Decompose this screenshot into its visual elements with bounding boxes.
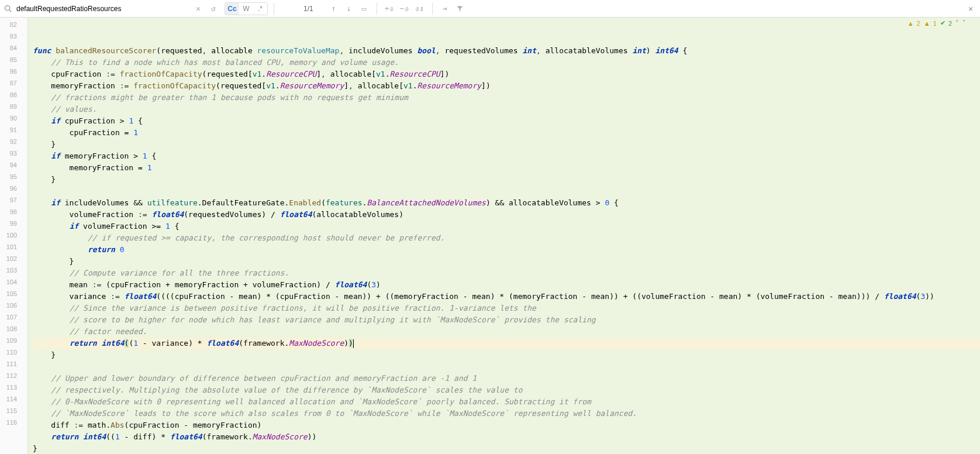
code-line[interactable]: diff := math.Abs(cpuFraction - memoryFra…: [33, 419, 980, 431]
whole-word-toggle[interactable]: W: [239, 3, 253, 15]
regex-toggle[interactable]: .*: [253, 3, 267, 15]
code-line[interactable]: // This to find a node which has most ba…: [33, 57, 980, 68]
code-line[interactable]: if volumeFraction >= 1 {: [33, 221, 980, 232]
pass-indicator[interactable]: ✔ 2: [940, 19, 952, 27]
filter-icon[interactable]: [454, 2, 467, 15]
next-match-icon[interactable]: ↓: [343, 2, 356, 15]
code-line[interactable]: // respectively. Multiplying the absolut…: [33, 384, 980, 396]
code-line[interactable]: if includeVolumes && utilfeature.Default…: [33, 197, 980, 209]
code-line[interactable]: func balancedResourceScorer(requested, a…: [33, 45, 980, 57]
code-line[interactable]: }: [33, 256, 980, 267]
code-line[interactable]: }: [33, 174, 980, 185]
code-line[interactable]: // values.: [33, 104, 980, 115]
code-line[interactable]: memoryFraction := fractionOfCapacity(req…: [33, 80, 980, 92]
code-line[interactable]: // factor needed.: [33, 326, 980, 338]
code-line[interactable]: // fractions might be greater than 1 bec…: [33, 92, 980, 104]
code-line[interactable]: // `MaxNodeScore` leads to the score whi…: [33, 408, 980, 419]
code-line[interactable]: return 0: [33, 244, 980, 256]
find-count: 1/1: [303, 5, 313, 13]
chevron-up-icon[interactable]: ˄: [955, 19, 959, 27]
warning-indicator[interactable]: ▲ 2: [907, 20, 920, 27]
line-gutter: 8283848586878889909192939495969798991001…: [0, 18, 28, 454]
history-icon[interactable]: ↺: [207, 2, 220, 15]
match-case-toggle[interactable]: Cc: [225, 3, 239, 15]
weak-warning-indicator[interactable]: ▲ 1: [924, 20, 937, 27]
find-bar: ✕ ↺ Cc W .* 1/1 ↑ ↓ ▭ +⎀ −⎀ ⎀↕ ⇥ ✕: [0, 0, 980, 18]
code-line[interactable]: // 0-MaxNodeScore with 0 representing we…: [33, 396, 980, 408]
export-icon[interactable]: ⇥: [439, 2, 451, 15]
code-line[interactable]: }: [33, 139, 980, 150]
code-line[interactable]: cpuFraction = 1: [33, 127, 980, 139]
code-line[interactable]: mean := (cpuFraction + memoryFraction + …: [33, 279, 980, 291]
chevron-down-icon[interactable]: ˅: [962, 19, 966, 27]
code-line[interactable]: [33, 361, 980, 373]
match-options: Cc W .*: [225, 2, 268, 15]
find-input[interactable]: [14, 4, 189, 14]
select-all-icon[interactable]: ▭: [358, 2, 371, 15]
code-line[interactable]: // score to be higher for node which has…: [33, 314, 980, 326]
code-line[interactable]: volumeFraction := float64(requestedVolum…: [33, 209, 980, 221]
code-line[interactable]: // Upper and lower boundary of differenc…: [33, 373, 980, 384]
code-line[interactable]: if memoryFraction > 1 {: [33, 150, 980, 162]
code-line[interactable]: return int64((1 - variance) * float64(fr…: [33, 338, 980, 349]
code-line[interactable]: return int64((1 - diff) * float64(framew…: [33, 431, 980, 443]
code-line[interactable]: }: [33, 349, 980, 361]
code-line[interactable]: variance := float64((((cpuFraction - mea…: [33, 291, 980, 302]
prev-match-icon[interactable]: ↑: [327, 2, 340, 15]
search-icon: [4, 5, 12, 13]
code-line[interactable]: // Compute variance for all the three fr…: [33, 267, 980, 279]
divider: [274, 3, 274, 15]
code-line[interactable]: // if requested >= capacity, the corresp…: [33, 232, 980, 244]
code-body[interactable]: ▲ 2 ▲ 1 ✔ 2 ˄ ˅ func balancedResourceSco…: [28, 18, 980, 454]
divider: [432, 3, 433, 15]
select-occurrences-icon[interactable]: ⎀↕: [413, 2, 426, 15]
remove-selection-icon[interactable]: −⎀: [398, 2, 411, 15]
code-line[interactable]: memoryFraction = 1: [33, 162, 980, 174]
add-selection-icon[interactable]: +⎀: [383, 2, 396, 15]
close-find-icon[interactable]: ✕: [965, 4, 976, 13]
svg-line-1: [9, 10, 11, 12]
clear-search-icon[interactable]: ✕: [192, 2, 205, 15]
code-line[interactable]: // Since the variance is between positiv…: [33, 302, 980, 314]
code-line[interactable]: cpuFraction := fractionOfCapacity(reques…: [33, 68, 980, 80]
code-line[interactable]: if cpuFraction > 1 {: [33, 115, 980, 127]
divider: [377, 3, 377, 15]
inspection-indicators[interactable]: ▲ 2 ▲ 1 ✔ 2 ˄ ˅: [907, 19, 966, 27]
code-line[interactable]: [33, 185, 980, 197]
editor-pane[interactable]: 8283848586878889909192939495969798991001…: [0, 18, 980, 454]
code-line[interactable]: }: [33, 443, 980, 454]
svg-point-0: [5, 6, 9, 11]
